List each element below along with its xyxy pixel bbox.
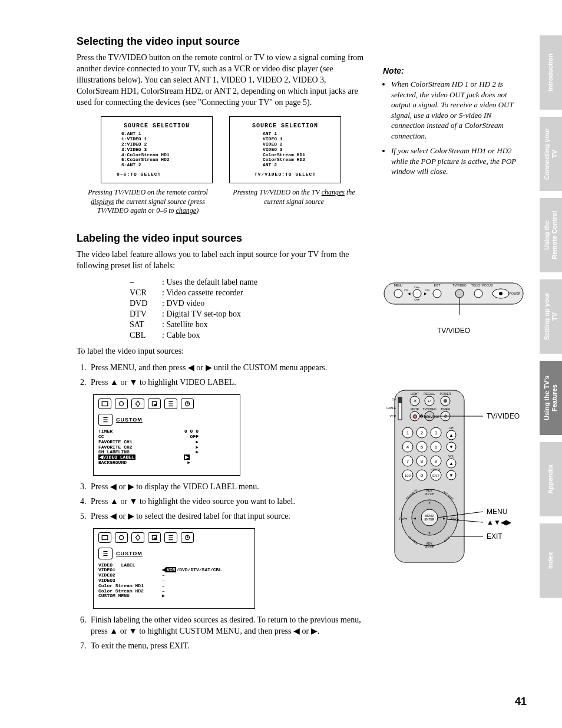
- osd-tv-list: ANT 1 VIDEO 1 VIDEO 2 VIDEO 3 ColorStrea…: [263, 131, 331, 168]
- step-2: Press ▲ or ▼ to highlight VIDEO LABEL.: [88, 377, 365, 388]
- menu-icon-1b: [98, 532, 111, 543]
- right-column: Note: When ColorStream HD 1 or HD 2 is s…: [383, 35, 524, 565]
- step-7: To exit the menu, press EXIT.: [88, 641, 365, 652]
- svg-text:CH▼: CH▼: [414, 298, 420, 301]
- steps-lead: To label the video input sources:: [77, 346, 365, 357]
- svg-text:5: 5: [421, 444, 424, 450]
- svg-text:VOL: VOL: [404, 289, 409, 292]
- svg-text:3: 3: [435, 430, 438, 436]
- callout-tvvideo: TV/VIDEO: [487, 412, 520, 420]
- svg-text:VOL: VOL: [425, 289, 431, 292]
- tab-index[interactable]: Index: [540, 523, 562, 598]
- osd-tv-foot: TV/VIDEO:TO SELECT: [239, 172, 331, 177]
- custom-label-2: CUSTOM: [116, 551, 143, 556]
- osd-remote-list: 0:ANT 1 1:VIDEO 1 2:VIDEO 2 3:VIDEO 3 4:…: [121, 131, 203, 168]
- main-column: Selecting the video input source Press t…: [77, 35, 365, 658]
- para-selecting: Press the TV/VIDEO button on the remote …: [77, 52, 365, 108]
- menu-icon-3b: [131, 532, 144, 543]
- svg-text:FAV▼: FAV▼: [399, 517, 408, 521]
- svg-point-11: [394, 289, 402, 298]
- svg-text:▶: ▶: [424, 292, 427, 295]
- osd-remote-foot: 0–6:TO SELECT: [117, 172, 203, 177]
- tab-remote[interactable]: Using the Remote Control: [540, 198, 562, 272]
- svg-point-24: [474, 289, 482, 298]
- note-item-1: When ColorStream HD 1 or HD 2 is selecte…: [391, 79, 524, 141]
- side-tabs: Introduction Connecting your TV Using th…: [540, 35, 562, 598]
- heading-selecting: Selecting the video input source: [77, 35, 365, 48]
- steps-list-2: Press ◀ or ▶ to display the VIDEO LABEL …: [88, 482, 365, 522]
- svg-text:CABLE: CABLE: [386, 406, 396, 410]
- note-block: Note: When ColorStream HD 1 or HD 2 is s…: [383, 66, 524, 177]
- custom-label: CUSTOM: [116, 417, 143, 423]
- note-title: Note:: [383, 66, 524, 75]
- svg-rect-8: [154, 538, 157, 540]
- svg-text:◀: ◀: [408, 292, 411, 295]
- svg-point-15: [413, 289, 421, 298]
- tab-appendix[interactable]: Appendix: [540, 442, 562, 516]
- svg-text:CH▲: CH▲: [414, 286, 420, 289]
- svg-text:TV/VIDEO: TV/VIDEO: [452, 284, 466, 287]
- svg-point-39: [444, 399, 447, 403]
- svg-text:TV/VIDEO: TV/VIDEO: [422, 407, 436, 411]
- menu-tab-icons-2: [98, 532, 250, 543]
- svg-point-1: [119, 402, 123, 406]
- svg-text:POWER: POWER: [440, 392, 451, 396]
- tab-features[interactable]: Using the TV's Features: [540, 361, 562, 435]
- heading-labeling: Labeling the video input sources: [77, 232, 365, 245]
- step-4: Press ▲ or ▼ to highlight the video sour…: [88, 496, 365, 508]
- svg-text:🔇: 🔇: [412, 414, 418, 419]
- tab-connecting[interactable]: Connecting your TV: [540, 117, 562, 191]
- menu-icon-6b: [181, 532, 194, 543]
- custom-icon: [98, 414, 113, 426]
- svg-rect-3: [154, 404, 157, 406]
- menu-icon-4: [148, 398, 161, 409]
- menu2-body: VIDEO LABEL VIDEO1 VIDEO2 VIDEO3 Color S…: [98, 563, 250, 599]
- osd-remote: SOURCE SELECTION 0:ANT 1 1:VIDEO 1 2:VID…: [101, 116, 213, 183]
- svg-text:LIGHT: LIGHT: [411, 392, 419, 396]
- menu-icon-3: [131, 398, 144, 409]
- menu-screen-custom: CUSTOM TIMER CC FAVORITE CH1 FAVORITE CH…: [93, 394, 240, 476]
- tab-setup[interactable]: Setting up your TV: [540, 279, 562, 354]
- page-number: 41: [515, 696, 527, 708]
- svg-point-6: [119, 535, 123, 539]
- svg-rect-5: [102, 535, 108, 539]
- callout-exit: EXIT: [487, 532, 503, 541]
- svg-text:VOL: VOL: [448, 454, 454, 458]
- tab-introduction[interactable]: Introduction: [540, 35, 562, 110]
- svg-text:↩: ↩: [428, 399, 431, 403]
- svg-text:ENTER: ENTER: [425, 518, 435, 521]
- svg-text:4: 4: [406, 444, 409, 450]
- svg-rect-0: [102, 402, 108, 406]
- svg-text:MUTE: MUTE: [411, 407, 419, 411]
- svg-text:VCR: VCR: [389, 414, 396, 418]
- svg-text:EXIT: EXIT: [434, 284, 440, 287]
- svg-text:TOUCH FOCUS: TOUCH FOCUS: [471, 284, 493, 287]
- svg-point-27: [499, 292, 503, 295]
- menu-icon-5b: [164, 532, 177, 543]
- steps-list: Press MENU, and then press ◀ or ▶ until …: [88, 363, 365, 388]
- menu-icon-2b: [115, 532, 128, 543]
- svg-text:▼: ▼: [428, 531, 431, 535]
- svg-text:ENT: ENT: [432, 474, 439, 477]
- svg-text:◀: ◀: [414, 516, 416, 520]
- svg-text:1: 1: [406, 430, 409, 436]
- svg-text:6: 6: [435, 444, 438, 450]
- note-item-2: If you select ColorStream HD1 or HD2 whi…: [391, 146, 524, 177]
- tv-panel-svg: MENU ◀VOL CH▲CH▼ ▶VOL EXIT TV/VIDEO TOUC…: [383, 271, 524, 324]
- svg-text:▲: ▲: [449, 433, 454, 438]
- svg-text:▼: ▼: [449, 473, 454, 478]
- osd-tv-title: SOURCE SELECTION: [239, 123, 331, 129]
- svg-text:TIMER: TIMER: [441, 407, 450, 411]
- step-1: Press MENU, and then press ◀ or ▶ until …: [88, 363, 365, 374]
- svg-text:▲: ▲: [449, 461, 454, 466]
- steps-list-3: Finish labeling the other video sources …: [88, 615, 365, 652]
- svg-text:☀: ☀: [413, 398, 417, 404]
- svg-text:0: 0: [421, 473, 424, 478]
- svg-text:POWER: POWER: [510, 292, 521, 295]
- svg-rect-50: [398, 397, 402, 403]
- svg-text:RECALL: RECALL: [424, 392, 435, 396]
- svg-point-22: [455, 289, 464, 298]
- svg-text:▲: ▲: [428, 500, 431, 504]
- svg-text:8: 8: [421, 459, 424, 464]
- svg-text:2: 2: [421, 430, 424, 436]
